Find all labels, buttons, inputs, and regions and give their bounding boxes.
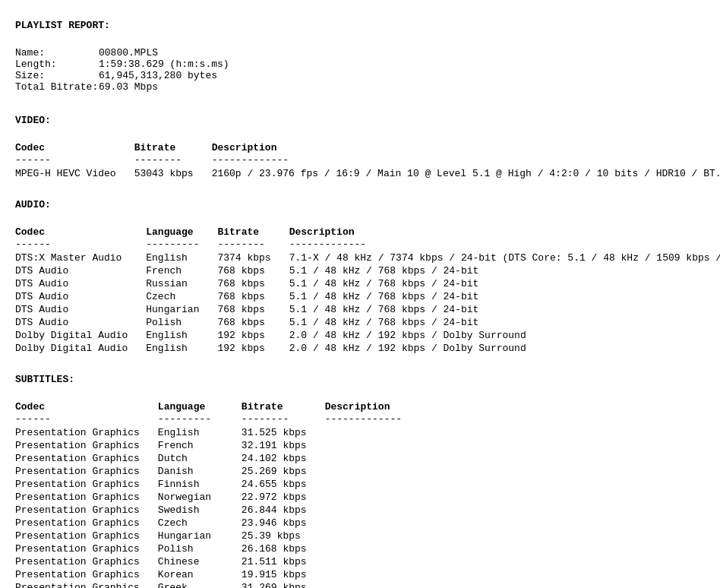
subtitle-row: Presentation Graphics Czech 23.946 kbps bbox=[15, 517, 705, 530]
size-value: 61,945,313,280 bytes bbox=[99, 70, 217, 81]
sub-codec-header: Codec bbox=[15, 401, 158, 413]
sub-codec-cell: Presentation Graphics bbox=[15, 504, 158, 517]
audio-desc-cell: 2.0 / 48 kHz / 192 kbps / Dolby Surround bbox=[289, 329, 720, 342]
sub-codec-cell: Presentation Graphics bbox=[15, 426, 158, 439]
sub-codec-cell: Presentation Graphics bbox=[15, 517, 158, 530]
sub-codec-cell: Presentation Graphics bbox=[15, 555, 158, 568]
sub-codec-cell: Presentation Graphics bbox=[15, 581, 158, 588]
audio-desc-cell: 5.1 / 48 kHz / 768 kbps / 24-bit bbox=[289, 303, 720, 316]
audio-row: DTS Audio French 768 kbps 5.1 / 48 kHz /… bbox=[15, 264, 720, 277]
sub-bitrate-cell: 32.191 kbps bbox=[242, 439, 325, 452]
audio-header-dashes: ------ --------- -------- ------------- bbox=[15, 238, 720, 251]
name-label: Name: bbox=[15, 47, 99, 58]
audio-codec-cell: Dolby Digital Audio bbox=[15, 342, 146, 355]
sub-desc-cell bbox=[325, 465, 705, 478]
audio-codec-header: Codec bbox=[15, 226, 146, 238]
audio-dash-4: ------------- bbox=[289, 238, 720, 251]
sub-dash-2: --------- bbox=[158, 413, 242, 426]
sub-lang-cell: Korean bbox=[158, 568, 242, 581]
bitrate-label: Total Bitrate: bbox=[15, 81, 99, 93]
name-row: Name: 00800.MPLS bbox=[15, 47, 705, 58]
report-title: PLAYLIST REPORT: bbox=[15, 20, 705, 31]
audio-lang-cell: English bbox=[146, 251, 217, 264]
sub-dash-3: -------- bbox=[242, 413, 325, 426]
sub-desc-cell bbox=[325, 439, 705, 452]
audio-codec-cell: DTS Audio bbox=[15, 290, 146, 303]
sub-desc-header: Description bbox=[325, 401, 705, 413]
audio-desc-cell: 5.1 / 48 kHz / 768 kbps / 24-bit bbox=[289, 316, 720, 329]
sub-desc-cell bbox=[325, 504, 705, 517]
subtitles-section-title: SUBTITLES: bbox=[15, 374, 705, 385]
audio-lang-cell: English bbox=[146, 329, 217, 342]
sub-bitrate-cell: 26.844 kbps bbox=[242, 504, 325, 517]
sub-bitrate-cell: 26.168 kbps bbox=[242, 542, 325, 555]
subtitle-row: Presentation Graphics Finnish 24.655 kbp… bbox=[15, 478, 705, 491]
length-value: 1:59:38.629 (h:m:s.ms) bbox=[99, 58, 229, 70]
bitrate-row: Total Bitrate: 69.03 Mbps bbox=[15, 81, 705, 93]
length-label: Length: bbox=[15, 58, 99, 70]
sub-codec-cell: Presentation Graphics bbox=[15, 478, 158, 491]
sub-dash-1: ------ bbox=[15, 413, 158, 426]
audio-desc-header: Description bbox=[289, 226, 720, 238]
sub-bitrate-cell: 24.655 kbps bbox=[242, 478, 325, 491]
sub-bitrate-cell: 25.269 kbps bbox=[242, 465, 325, 478]
subtitles-table: Codec Language Bitrate Description -----… bbox=[15, 401, 705, 588]
video-codec-cell: MPEG-H HEVC Video bbox=[15, 167, 134, 180]
audio-codec-cell: Dolby Digital Audio bbox=[15, 329, 146, 342]
sub-desc-cell bbox=[325, 542, 705, 555]
sub-lang-cell: French bbox=[158, 439, 242, 452]
size-row: Size: 61,945,313,280 bytes bbox=[15, 70, 705, 81]
sub-bitrate-header: Bitrate bbox=[242, 401, 325, 413]
size-label: Size: bbox=[15, 70, 99, 81]
subtitle-row: Presentation Graphics English 31.525 kbp… bbox=[15, 426, 705, 439]
subtitle-row: Presentation Graphics French 32.191 kbps bbox=[15, 439, 705, 452]
audio-desc-cell: 2.0 / 48 kHz / 192 kbps / Dolby Surround bbox=[289, 342, 720, 355]
subtitle-row: Presentation Graphics Hungarian 25.39 kb… bbox=[15, 530, 705, 542]
sub-lang-cell: Dutch bbox=[158, 452, 242, 465]
audio-row: DTS Audio Hungarian 768 kbps 5.1 / 48 kH… bbox=[15, 303, 720, 316]
subtitle-row: Presentation Graphics Swedish 26.844 kbp… bbox=[15, 504, 705, 517]
audio-lang-cell: English bbox=[146, 342, 217, 355]
sub-lang-cell: Finnish bbox=[158, 478, 242, 491]
audio-codec-cell: DTS Audio bbox=[15, 303, 146, 316]
subtitle-row: Presentation Graphics Polish 26.168 kbps bbox=[15, 542, 705, 555]
sub-lang-cell: Swedish bbox=[158, 504, 242, 517]
sub-desc-cell bbox=[325, 426, 705, 439]
audio-header-row: Codec Language Bitrate Description bbox=[15, 226, 720, 238]
sub-desc-cell bbox=[325, 517, 705, 530]
video-desc-cell: 2160p / 23.976 fps / 16:9 / Main 10 @ Le… bbox=[212, 167, 720, 180]
audio-bitrate-cell: 768 kbps bbox=[217, 290, 289, 303]
audio-bitrate-cell: 192 kbps bbox=[217, 342, 289, 355]
audio-bitrate-cell: 768 kbps bbox=[217, 303, 289, 316]
sub-codec-cell: Presentation Graphics bbox=[15, 439, 158, 452]
sub-lang-cell: Hungarian bbox=[158, 530, 242, 542]
sub-codec-cell: Presentation Graphics bbox=[15, 530, 158, 542]
audio-row: DTS:X Master Audio English 7374 kbps 7.1… bbox=[15, 251, 720, 264]
audio-lang-header: Language bbox=[146, 226, 217, 238]
subtitles-table-body: Presentation Graphics English 31.525 kbp… bbox=[15, 426, 705, 588]
audio-dash-2: --------- bbox=[146, 238, 217, 251]
video-table-body: MPEG-H HEVC Video 53043 kbps 2160p / 23.… bbox=[15, 167, 720, 180]
audio-codec-cell: DTS Audio bbox=[15, 316, 146, 329]
sub-desc-cell bbox=[325, 581, 705, 588]
audio-row: Dolby Digital Audio English 192 kbps 2.0… bbox=[15, 329, 720, 342]
sub-desc-cell bbox=[325, 530, 705, 542]
sub-codec-cell: Presentation Graphics bbox=[15, 491, 158, 504]
audio-dash-1: ------ bbox=[15, 238, 146, 251]
audio-bitrate-cell: 768 kbps bbox=[217, 316, 289, 329]
sub-desc-cell bbox=[325, 555, 705, 568]
sub-lang-cell: Danish bbox=[158, 465, 242, 478]
audio-bitrate-cell: 7374 kbps bbox=[217, 251, 289, 264]
audio-row: DTS Audio Polish 768 kbps 5.1 / 48 kHz /… bbox=[15, 316, 720, 329]
report-container: PLAYLIST REPORT: Name: 00800.MPLS Length… bbox=[0, 0, 720, 588]
name-value: 00800.MPLS bbox=[99, 47, 158, 58]
video-table: Codec Bitrate Description ------ -------… bbox=[15, 142, 720, 180]
audio-desc-cell: 5.1 / 48 kHz / 768 kbps / 24-bit bbox=[289, 264, 720, 277]
bitrate-value: 69.03 Mbps bbox=[99, 81, 158, 93]
audio-table: Codec Language Bitrate Description -----… bbox=[15, 226, 720, 355]
sub-dash-4: ------------- bbox=[325, 413, 705, 426]
subtitle-row: Presentation Graphics Norwegian 22.972 k… bbox=[15, 491, 705, 504]
video-bitrate-header: Bitrate bbox=[134, 142, 212, 153]
sub-bitrate-cell: 31.269 kbps bbox=[242, 581, 325, 588]
sub-lang-cell: Chinese bbox=[158, 555, 242, 568]
